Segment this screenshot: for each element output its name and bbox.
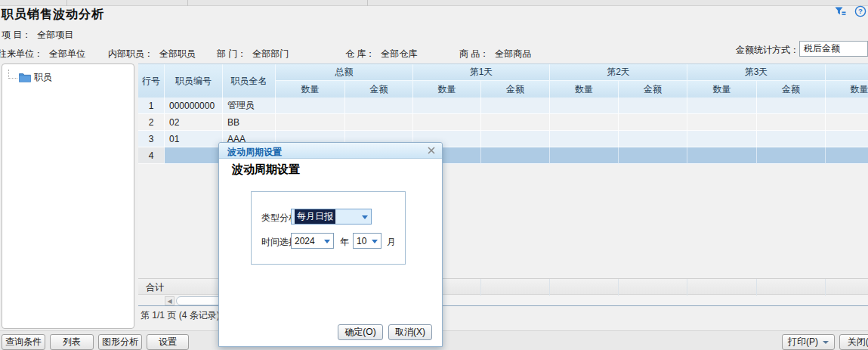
ok-button[interactable]: 确定(O): [338, 324, 383, 340]
query-conditions-button[interactable]: 查询条件: [2, 334, 45, 350]
col-header-qty[interactable]: 数量: [687, 81, 757, 98]
department-value: 全部部门: [252, 48, 289, 59]
print-button-label: 打印(P): [788, 336, 818, 348]
col-header-amount[interactable]: 金额: [619, 81, 687, 98]
emp-code-cell: 01: [165, 131, 223, 147]
month-suffix-label: 月: [387, 236, 396, 249]
col-header-row-no[interactable]: 行号: [138, 64, 165, 98]
dialog-title: 波动周期设置: [227, 146, 282, 159]
employee-tree-panel: 职员: [2, 63, 134, 329]
warehouse-label: 仓 库：: [345, 48, 375, 59]
table-cell: [757, 114, 826, 131]
page-title: 职员销售波动分析: [2, 7, 104, 23]
table-cell: [687, 114, 757, 131]
total-cell: [757, 279, 826, 296]
total-cell: [826, 279, 868, 296]
table-cell: [481, 147, 550, 164]
filter-staff: 内部职员：全部职员: [108, 46, 196, 60]
table-cell: [413, 98, 481, 114]
emp-code-cell: [165, 147, 223, 164]
dialog-group-box: [251, 191, 406, 265]
filter-row-project: 项 目：全部项目: [2, 27, 73, 42]
pager-status: 第 1/1 页 (4 条记录): [141, 309, 220, 322]
total-cell: [687, 279, 757, 296]
month-select[interactable]: 10: [353, 233, 381, 249]
table-cell: [826, 114, 868, 131]
table-cell: [826, 98, 868, 114]
col-header-qty[interactable]: 数量: [276, 81, 345, 98]
table-cell: [619, 131, 687, 147]
table-cell: [345, 98, 413, 114]
table-cell: [550, 114, 619, 131]
table-cell: [413, 114, 481, 131]
month-value: 10: [357, 236, 366, 246]
table-row[interactable]: 1 000000000 管理员: [138, 98, 868, 114]
table-cell: [757, 147, 826, 164]
print-dropdown-arrow-icon: [823, 341, 829, 344]
table-cell: [481, 114, 550, 131]
table-row[interactable]: 2 02 BB: [138, 114, 868, 131]
col-header-amount[interactable]: 金额: [345, 81, 413, 98]
row-no-cell: 3: [138, 131, 165, 147]
cancel-button[interactable]: 取消(X): [388, 324, 432, 340]
emp-code-cell: 000000000: [165, 98, 223, 114]
partner-value: 全部单位: [49, 48, 85, 59]
chart-analysis-button[interactable]: 图形分析: [98, 334, 142, 350]
col-header-emp-name[interactable]: 职员全名: [223, 64, 276, 98]
filter-funnel-icon[interactable]: [834, 5, 846, 20]
dialog-titlebar[interactable]: 波动周期设置: [219, 143, 442, 159]
col-group-total: 总额 数量 金额: [276, 64, 413, 98]
table-cell: [619, 114, 687, 131]
filter-goods: 商 品：全部商品: [459, 46, 531, 60]
tree-connector: [8, 70, 17, 79]
close-icon[interactable]: [427, 146, 436, 155]
close-button[interactable]: 关闭(C): [839, 334, 868, 350]
table-cell: [826, 147, 868, 164]
table-cell: [757, 98, 826, 114]
strip-divider: [66, 0, 67, 6]
row-no-cell: 1: [138, 98, 165, 114]
warehouse-value: 全部仓库: [381, 48, 417, 59]
table-cell: [619, 147, 687, 164]
col-header-amount[interactable]: 金额: [481, 81, 550, 98]
emp-name-cell: BB: [223, 114, 276, 131]
type-analysis-select[interactable]: 每月日报: [291, 209, 372, 225]
staff-label: 内部职员：: [108, 48, 153, 59]
scrollbar-left-arrow-icon[interactable]: ◀: [165, 296, 175, 305]
table-cell: [687, 98, 757, 114]
svg-text:?: ?: [858, 7, 863, 15]
table-cell: [481, 98, 550, 114]
partner-label: 往来单位：: [0, 48, 43, 59]
col-header-emp-code[interactable]: 职员编号: [165, 64, 223, 98]
goods-value: 全部商品: [495, 48, 531, 59]
col-header-amount[interactable]: 金额: [757, 81, 826, 98]
group-label-day1: 第1天: [413, 64, 550, 81]
col-header-qty[interactable]: 数量: [550, 81, 619, 98]
app-window: 职员销售波动分析 ? 项 目：全部项目 往来单位：全部单位 内部职员：全部职员 …: [0, 0, 868, 350]
strip-divider: [367, 0, 368, 6]
group-label-day4: [826, 64, 868, 81]
col-header-qty[interactable]: 数量: [826, 81, 868, 98]
period-settings-dialog: 波动周期设置 波动周期设置 类型分析 每月日报 时间选择 2024 年 10 月…: [218, 142, 443, 347]
filter-partner: 往来单位：全部单位: [0, 46, 85, 60]
group-label-day2: 第2天: [550, 64, 687, 81]
staff-value: 全部职员: [159, 48, 196, 59]
table-cell: [276, 98, 345, 114]
help-icon[interactable]: ?: [854, 5, 866, 20]
settings-button[interactable]: 设置: [147, 334, 189, 350]
tree-item-employees[interactable]: 职员: [8, 70, 52, 84]
table-cell: [481, 131, 550, 147]
list-button[interactable]: 列表: [50, 334, 94, 350]
year-select[interactable]: 2024: [291, 233, 334, 249]
print-button[interactable]: 打印(P): [782, 334, 835, 350]
table-cell: [826, 131, 868, 147]
emp-code-cell: 02: [165, 114, 223, 131]
table-cell: [550, 98, 619, 114]
col-header-qty[interactable]: 数量: [413, 81, 481, 98]
group-label-day3: 第3天: [687, 64, 826, 81]
col-group-day1: 第1天 数量 金额: [413, 64, 550, 98]
amount-mode-select[interactable]: 税后金额: [799, 41, 868, 57]
project-value: 全部项目: [37, 29, 73, 40]
project-label: 项 目：: [2, 29, 31, 40]
table-cell: [276, 114, 345, 131]
